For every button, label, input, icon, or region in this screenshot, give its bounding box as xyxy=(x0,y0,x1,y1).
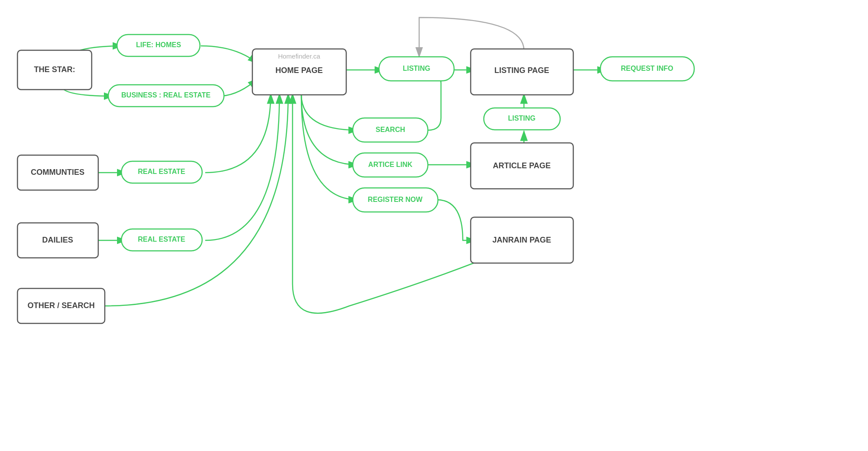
article-page-label: ARTICLE PAGE xyxy=(493,161,551,170)
home-page-label: HOME PAGE xyxy=(276,66,323,75)
other-search-label: OTHER / SEARCH xyxy=(28,301,95,310)
listing-page-label: LISTING PAGE xyxy=(494,66,549,75)
listing-main-label: LISTING xyxy=(403,65,430,72)
listing-2-label: LISTING xyxy=(508,114,535,122)
article-link-label: ARTICE LINK xyxy=(368,161,413,168)
dailies-label: DAILIES xyxy=(42,236,73,244)
home-page-sublabel: Homefinder.ca xyxy=(278,52,320,60)
real-estate-2-label: REAL ESTATE xyxy=(138,236,186,243)
real-estate-1-label: REAL ESTATE xyxy=(138,168,186,175)
life-homes-label: LIFE: HOMES xyxy=(136,41,181,49)
communities-label: COMMUNTIES xyxy=(31,168,85,177)
the-star-label: THE STAR: xyxy=(34,65,76,74)
request-info-label: REQUEST INFO xyxy=(621,65,673,72)
janrain-page-label: JANRAIN PAGE xyxy=(493,236,551,244)
search-label: SEARCH xyxy=(375,126,405,133)
business-re-label: BUSINESS : REAL ESTATE xyxy=(121,91,211,99)
register-now-label: REGISTER NOW xyxy=(368,196,423,203)
